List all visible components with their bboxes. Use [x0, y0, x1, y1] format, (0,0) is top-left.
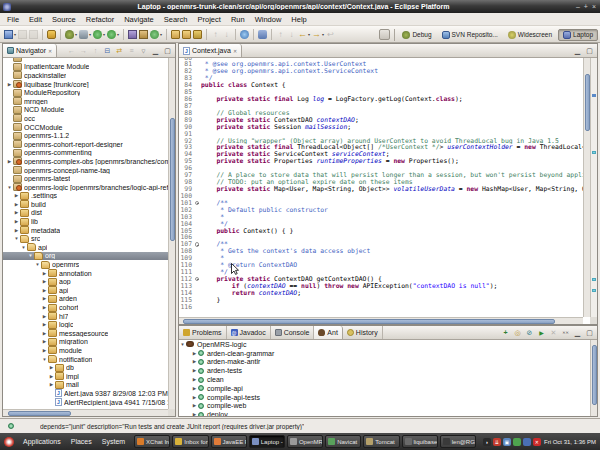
code-line[interactable]: 105 public Context() { }	[179, 228, 583, 235]
save-button[interactable]	[17, 28, 28, 41]
hide-internal-button[interactable]	[525, 328, 534, 337]
code-editor[interactable]: 8081 * @see org.openmrs.api.context.User…	[179, 58, 583, 317]
code-line[interactable]: 106	[179, 234, 583, 241]
print-button[interactable]	[28, 28, 39, 41]
perspective-svn-button[interactable]: SVN Reposito...	[438, 29, 502, 41]
red-x-icon[interactable]: ✕	[533, 438, 541, 446]
navigator-tree-item[interactable]: openmrs-concept-name-tag	[3, 166, 168, 175]
code-line[interactable]: 111 */	[179, 269, 583, 276]
code-line[interactable]: 101 /**	[179, 200, 583, 207]
open-resource-button[interactable]	[170, 28, 181, 41]
distro-logo-icon[interactable]	[4, 437, 14, 447]
blue-windows-icon[interactable]	[523, 438, 531, 446]
collapsed-arrow-icon[interactable]: ▶	[41, 322, 48, 327]
navigator-tree-item[interactable]: ▶cohort	[3, 303, 168, 312]
navigator-tree-item[interactable]: ▶mail	[3, 381, 168, 390]
taskbar-window-button[interactable]: XChat Irc...	[134, 435, 170, 448]
occurrence-marker[interactable]	[592, 94, 596, 97]
occurrence-marker[interactable]	[592, 151, 596, 154]
dark-round-icon[interactable]: ◗	[483, 438, 491, 446]
code-line[interactable]: 90 private static Session mailSession;	[179, 124, 583, 131]
navigator-tree-item[interactable]: ▶.settings	[3, 192, 168, 201]
ant-target-row[interactable]: ▶clean	[179, 375, 590, 384]
navigator-tree-item[interactable]: Inpatientcare Module	[3, 63, 168, 72]
code-line[interactable]: 109 *	[179, 255, 583, 262]
menu-search[interactable]: Search	[159, 15, 193, 24]
navigator-hscrollbar[interactable]	[3, 409, 168, 416]
code-line[interactable]: 84public class Context {	[179, 82, 583, 89]
menu-refactor[interactable]: Refactor	[81, 15, 119, 24]
collapsed-arrow-icon[interactable]: ▶	[41, 331, 48, 336]
ant-target-row[interactable]: ▶compile-web	[179, 402, 590, 411]
code-line[interactable]: 92 // Using "wrapper" (Object array) aro…	[179, 138, 583, 145]
collapsed-arrow-icon[interactable]: ▶	[41, 348, 48, 353]
code-line[interactable]: 99 private static Map<User, Map<String, …	[179, 186, 583, 193]
taskbar-clock[interactable]: Fri Oct 31, 1:36 PM	[544, 439, 596, 445]
open-folder-button[interactable]	[181, 28, 192, 41]
perspective-laptop-button[interactable]: Laptop	[558, 29, 598, 41]
navigator-tree-item[interactable]: ▶migration	[3, 338, 168, 347]
fold-marker[interactable]	[194, 276, 201, 283]
navigator-tree-item[interactable]: ▶metadata	[3, 226, 168, 235]
tab-ant[interactable]: Ant	[314, 326, 343, 339]
navigator-tree-item[interactable]: ▶arden	[3, 295, 168, 304]
menu-project[interactable]: Project	[193, 15, 226, 24]
taskbar-window-button[interactable]: len@RGH-...	[440, 435, 476, 448]
minimize-button[interactable]	[573, 46, 582, 55]
code-line[interactable]: 81 * @see org.openmrs.api.context.UserCo…	[179, 61, 583, 68]
expanded-arrow-icon[interactable]: ▼	[20, 245, 27, 250]
navigator-tree-item[interactable]: Alert.java 9387 8/29/08 12:03 PM tmduga	[3, 389, 168, 398]
navigator-tree-item[interactable]: openmrs-cohort-report-designer	[3, 140, 168, 149]
new-wizard-button[interactable]	[3, 28, 17, 41]
taskbar-window-button[interactable]: Inbox for ...	[172, 435, 208, 448]
new-package-button[interactable]	[138, 28, 149, 41]
code-line[interactable]: 89 private static ContextDAO contextDAO;	[179, 117, 583, 124]
code-line[interactable]: 96	[179, 165, 583, 172]
code-line[interactable]: 116	[179, 304, 583, 311]
last-edit-button[interactable]	[325, 28, 336, 41]
navigator-tree-item[interactable]: ▶annotation	[3, 269, 168, 278]
collapsed-arrow-icon[interactable]: ▶	[13, 210, 20, 215]
navigator-tree-item[interactable]: ▶aop	[3, 277, 168, 286]
remove-button[interactable]	[549, 328, 558, 337]
forward-button[interactable]	[311, 28, 325, 41]
menu-file[interactable]: File	[2, 15, 24, 24]
minimize-button[interactable]	[573, 328, 582, 337]
profile-button[interactable]	[106, 28, 120, 41]
editor-tab-context-java[interactable]: Context.java	[179, 44, 242, 57]
taskbar-window-button[interactable]: JavaEE Pe...	[211, 435, 247, 448]
collapsed-arrow-icon[interactable]: ▶	[48, 374, 55, 379]
back-button[interactable]	[67, 46, 76, 55]
menu-window[interactable]: Window	[250, 15, 287, 24]
navigator-tree-item[interactable]: NCD Module	[3, 106, 168, 115]
taskbar-menu-system[interactable]: System	[97, 438, 130, 445]
navigator-tree-item[interactable]: ▼openmrs	[3, 260, 168, 269]
menu-edit[interactable]: Edit	[24, 15, 47, 24]
code-line[interactable]: 103 *	[179, 214, 583, 221]
code-line[interactable]: 98 // TODO: put an optional expire date …	[179, 179, 583, 186]
next-annotation-button[interactable]	[221, 28, 232, 41]
forward-button[interactable]	[79, 46, 88, 55]
scrollbar-thumb[interactable]	[183, 319, 555, 324]
view-menu-button[interactable]	[139, 46, 148, 55]
perspective-widescreen-button[interactable]: Widescreen	[504, 29, 556, 41]
ant-vscrollbar[interactable]	[590, 340, 597, 416]
navigator-tab[interactable]: Navigator	[3, 44, 57, 57]
collapsed-arrow-icon[interactable]: ▶	[6, 159, 13, 164]
expanded-arrow-icon[interactable]: ▼	[13, 236, 20, 241]
close-button[interactable]: ×	[592, 3, 596, 10]
navigator-tree-item[interactable]: ▼org	[3, 252, 168, 261]
close-icon[interactable]	[233, 48, 237, 54]
occurrence-marker[interactable]	[592, 289, 596, 292]
plugin-button[interactable]	[257, 28, 268, 41]
collapsed-arrow-icon[interactable]: ▶	[13, 193, 20, 198]
navigator-tree-item[interactable]: ▶build	[3, 200, 168, 209]
tab-problems[interactable]: Problems	[179, 326, 227, 339]
navigator-tree-item[interactable]: ▼api	[3, 243, 168, 252]
ant-target-row[interactable]: ▶deploy	[179, 410, 590, 416]
menu-navigate[interactable]: Navigate	[119, 15, 159, 24]
external-tools-button[interactable]	[78, 28, 92, 41]
collapsed-arrow-icon[interactable]: ▶	[13, 219, 20, 224]
menu-run[interactable]: Run	[226, 15, 250, 24]
code-line[interactable]: 85	[179, 89, 583, 96]
